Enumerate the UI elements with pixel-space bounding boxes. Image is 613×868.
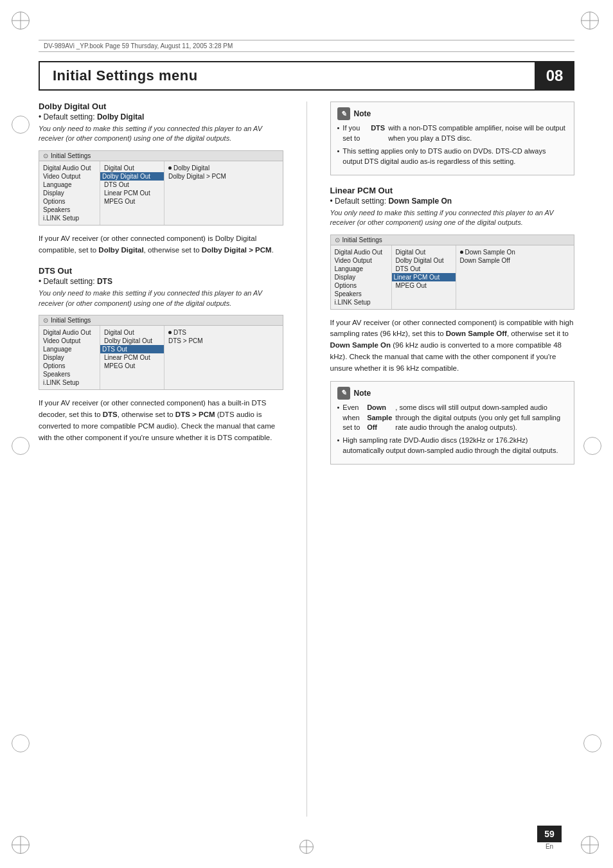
dolby-body-text: If your AV receiver (or other connected … xyxy=(39,233,283,256)
dts-col2-r3-highlighted: DTS Out xyxy=(100,345,164,353)
file-info-text: DV-989AVi _YP.book Page 59 Thursday, Aug… xyxy=(44,42,233,49)
dts-default-label: Default setting: xyxy=(44,277,97,286)
linear-default-label: Default setting: xyxy=(335,197,388,206)
linear-col1-r3: Language xyxy=(335,265,387,273)
dts-settings-table: Digital Audio Out Video Output Language … xyxy=(39,326,283,389)
dts-col2: Digital Out Dolby Digital Out DTS Out Li… xyxy=(100,326,164,389)
page-number-area: 59 En xyxy=(537,826,562,850)
linear-body-text: If your AV receiver (or other connected … xyxy=(330,317,575,375)
dolby-row-5: Options xyxy=(43,197,96,206)
linear-settings-title: Initial Settings xyxy=(342,236,382,244)
note1-bullet1: If you set to DTS with a non-DTS compati… xyxy=(337,123,568,144)
note1-header: ✎ Note xyxy=(337,107,568,120)
dts-col1-r1: Digital Audio Out xyxy=(43,328,96,337)
dolby-settings-title: Initial Settings xyxy=(51,152,91,159)
dts-body-text: If your AV receiver (or other connected … xyxy=(39,398,283,443)
linear-col2: Digital Out Dolby Digital Out DTS Out Li… xyxy=(392,245,456,309)
dts-default-value: DTS xyxy=(97,277,112,286)
linear-section-title: Linear PCM Out xyxy=(330,186,575,195)
dolby-col2-row-1: Digital Out xyxy=(104,164,160,172)
linear-col1: Digital Audio Out Video Output Language … xyxy=(331,245,392,309)
dolby-row-7: i.LINK Setup xyxy=(43,214,96,222)
dolby-nav-icon: ⊙ xyxy=(43,152,48,159)
linear-col1-r7: i.LINK Setup xyxy=(335,298,387,306)
dts-col3-selected: DTS xyxy=(168,328,218,337)
dts-col3-option2: DTS > PCM xyxy=(168,337,218,345)
dolby-default-value: Dolby Digital xyxy=(97,112,144,121)
left-column: Dolby Digital Out • Default setting: Dol… xyxy=(39,102,289,817)
linear-col3-option1: Down Sample On xyxy=(465,249,515,256)
dts-col3: DTS DTS > PCM xyxy=(164,326,222,389)
dolby-row-2: Video Output xyxy=(43,172,96,181)
dolby-col2-row-4: Linear PCM Out xyxy=(104,189,160,197)
side-mark-left-mid xyxy=(12,437,30,455)
chapter-num-box: 08 xyxy=(535,61,574,91)
dolby-col2-row-2-highlighted: Dolby Digital Out xyxy=(100,172,164,181)
dts-settings-title: Initial Settings xyxy=(51,317,91,324)
dolby-col3: Dolby Digital Dolby Digital > PCM xyxy=(164,161,230,225)
reg-mark-tr xyxy=(581,12,601,32)
right-column: ✎ Note If you set to DTS with a non-DTS … xyxy=(325,102,575,817)
side-mark-left-bot xyxy=(12,734,30,752)
linear-col2-r1: Digital Out xyxy=(396,248,452,256)
file-info: DV-989AVi _YP.book Page 59 Thursday, Aug… xyxy=(39,40,574,52)
dolby-settings-header: ⊙ Initial Settings xyxy=(39,151,283,161)
linear-nav-icon: ⊙ xyxy=(335,236,340,244)
dts-settings-header: ⊙ Initial Settings xyxy=(39,315,283,326)
dolby-section-title: Dolby Digital Out xyxy=(39,102,283,111)
linear-col2-r4-highlighted: Linear PCM Out xyxy=(392,273,456,281)
dts-col3-option1: DTS xyxy=(173,329,186,336)
main-content: Dolby Digital Out • Default setting: Dol… xyxy=(39,102,574,817)
dts-col2-r2: Dolby Digital Out xyxy=(104,337,160,345)
dts-col1-r4: Display xyxy=(43,353,96,362)
dolby-row-4: Display xyxy=(43,189,96,197)
dts-default: • Default setting: DTS xyxy=(39,277,283,286)
dolby-row-3: Language xyxy=(43,181,96,189)
linear-default-value: Down Sample On xyxy=(388,197,452,206)
dolby-col2-row-5: MPEG Out xyxy=(104,197,160,206)
note2-header: ✎ Note xyxy=(337,387,568,400)
note2-box: ✎ Note Even when set to Down Sample Off,… xyxy=(330,381,575,465)
linear-col3: Down Sample On Down Sample Off xyxy=(456,245,519,309)
dolby-row-1: Digital Audio Out xyxy=(43,164,96,172)
chapter-num: 08 xyxy=(546,67,564,85)
chapter-header: Initial Settings menu 08 xyxy=(39,61,574,91)
dolby-col1: Digital Audio Out Video Output Language … xyxy=(39,161,100,225)
linear-italic: You only need to make this setting if yo… xyxy=(330,208,575,228)
linear-settings-header: ⊙ Initial Settings xyxy=(331,235,574,245)
reg-mark-br xyxy=(581,836,601,856)
dts-selected-dot xyxy=(168,331,172,334)
note2-bullet1: Even when set to Down Sample Off, some d… xyxy=(337,403,568,434)
page-lang: En xyxy=(546,843,553,850)
linear-settings-table: Digital Audio Out Video Output Language … xyxy=(331,245,574,309)
dts-col1-r6: Speakers xyxy=(43,370,96,378)
dts-settings-box: ⊙ Initial Settings Digital Audio Out Vid… xyxy=(39,315,283,390)
linear-col2-r2: Dolby Digital Out xyxy=(396,256,452,265)
chapter-title-box: Initial Settings menu xyxy=(39,61,535,91)
linear-default: • Default setting: Down Sample On xyxy=(330,197,575,206)
note1-icon: ✎ xyxy=(337,107,350,120)
dts-col1: Digital Audio Out Video Output Language … xyxy=(39,326,100,389)
note2-label: Note xyxy=(354,389,371,398)
col-divider xyxy=(306,102,307,817)
note2-bullet2: High sampling rate DVD-Audio discs (192k… xyxy=(337,436,568,456)
dts-col2-r1: Digital Out xyxy=(104,328,160,337)
linear-col2-r5: MPEG Out xyxy=(396,281,452,290)
dolby-row-6: Speakers xyxy=(43,206,96,214)
dts-italic: You only need to make this setting if yo… xyxy=(39,288,283,308)
note1-bullet2: This setting applies only to DTS audio o… xyxy=(337,146,568,167)
dts-section-title: DTS Out xyxy=(39,266,283,276)
side-mark-left-top xyxy=(12,116,30,134)
note1-box: ✎ Note If you set to DTS with a non-DTS … xyxy=(330,102,575,175)
dolby-settings-box: ⊙ Initial Settings Digital Audio Out Vid… xyxy=(39,150,283,226)
side-mark-right-mid xyxy=(583,437,601,455)
dts-col2-r4: Linear PCM Out xyxy=(104,353,160,362)
dolby-col2: Digital Out Dolby Digital Out DTS Out Li… xyxy=(100,161,164,225)
dolby-selected-dot xyxy=(168,166,172,170)
side-mark-right-bot xyxy=(583,734,601,752)
dolby-col3-option2: Dolby Digital > PCM xyxy=(168,172,226,181)
linear-col1-r5: Options xyxy=(335,281,387,290)
linear-col2-r3: DTS Out xyxy=(396,265,452,273)
dts-col1-r2: Video Output xyxy=(43,337,96,345)
dts-col2-r5: MPEG Out xyxy=(104,362,160,370)
